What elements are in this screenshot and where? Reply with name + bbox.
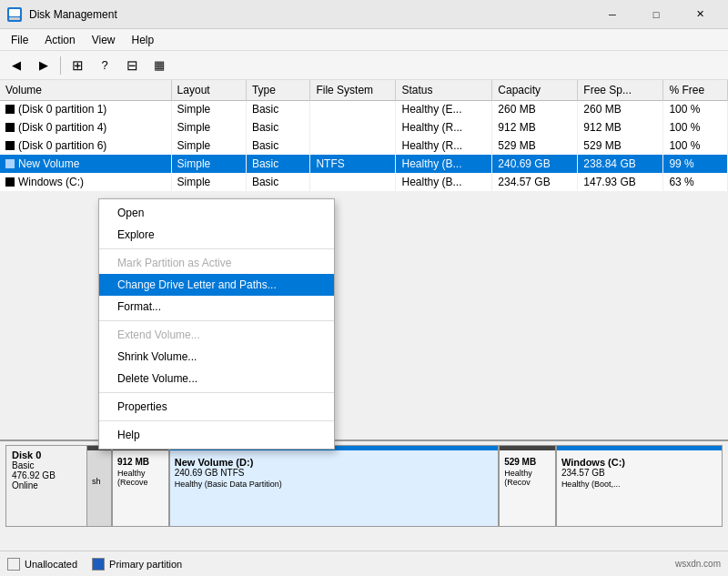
partition-4[interactable]: 529 MB Healthy (Recov xyxy=(500,446,557,526)
ctx-change-drive[interactable]: Change Drive Letter and Paths... xyxy=(99,274,334,296)
volume-table: Volume Layout Type File System Status Ca… xyxy=(0,80,728,191)
menu-bar: File Action View Help xyxy=(0,29,728,51)
main-content: Volume Layout Type File System Status Ca… xyxy=(0,80,728,551)
cell-free: 147.93 GB xyxy=(578,173,663,191)
cell-fs xyxy=(310,100,396,118)
part-size: 240.69 GB NTFS xyxy=(175,468,493,478)
partition-2[interactable]: 912 MB Healthy (Recove xyxy=(113,446,170,526)
part-status: Healthy (Recove xyxy=(117,469,164,487)
toolbar-list[interactable]: ⊟ xyxy=(119,54,145,77)
ctx-properties[interactable]: Properties xyxy=(99,396,334,418)
cell-pct: 99 % xyxy=(663,155,728,173)
disk-map-area: Disk 0 Basic 476.92 GB Online sh 912 MB … xyxy=(0,441,728,551)
cell-free: 529 MB xyxy=(578,136,663,155)
toolbar-tree[interactable]: ⊞ xyxy=(65,54,90,77)
cell-volume: (Disk 0 partition 4) xyxy=(0,118,171,136)
col-capacity[interactable]: Capacity xyxy=(492,80,578,100)
cell-layout: Simple xyxy=(171,100,246,118)
toolbar-separator-1 xyxy=(60,56,61,75)
ctx-mark-active: Mark Partition as Active xyxy=(99,252,334,274)
table-row[interactable]: (Disk 0 partition 6) Simple Basic Health… xyxy=(0,136,728,155)
ctx-explore[interactable]: Explore xyxy=(99,224,334,246)
vol-disk-icon xyxy=(5,177,15,187)
minimize-button[interactable]: ─ xyxy=(592,0,633,29)
cell-pct: 100 % xyxy=(663,136,728,155)
part-status: Healthy (Basic Data Partition) xyxy=(175,480,493,489)
menu-file[interactable]: File xyxy=(4,32,35,48)
disk-size: 476.92 GB xyxy=(12,470,81,480)
maximize-button[interactable]: □ xyxy=(635,0,677,29)
menu-action[interactable]: Action xyxy=(37,32,82,48)
table-row-selected[interactable]: New Volume Simple Basic NTFS Healthy (B.… xyxy=(0,155,728,173)
disk-label: Disk 0 Basic 476.92 GB Online xyxy=(5,445,87,527)
cell-fs xyxy=(310,136,396,155)
cell-capacity: 240.69 GB xyxy=(492,155,578,173)
ctx-help[interactable]: Help xyxy=(99,424,334,446)
toolbar-back[interactable]: ◀ xyxy=(4,54,29,77)
cell-capacity: 234.57 GB xyxy=(492,173,578,191)
cell-pct: 100 % xyxy=(663,100,728,118)
cell-fs xyxy=(310,118,396,136)
cell-status: Healthy (B... xyxy=(396,173,492,191)
legend-primary-label: Primary partition xyxy=(109,559,182,570)
col-free[interactable]: Free Sp... xyxy=(578,80,663,100)
legend-unallocated-box xyxy=(7,558,20,571)
window-title: Disk Management xyxy=(29,8,117,21)
legend-primary: Primary partition xyxy=(92,558,182,571)
close-button[interactable]: ✕ xyxy=(679,0,721,29)
context-menu[interactable]: Open Explore Mark Partition as Active Ch… xyxy=(98,198,335,450)
part-size: 912 MB xyxy=(117,457,164,467)
col-status[interactable]: Status xyxy=(396,80,492,100)
cell-free: 260 MB xyxy=(578,100,663,118)
part-name: New Volume (D:) xyxy=(175,457,493,468)
toolbar-forward[interactable]: ▶ xyxy=(31,54,56,77)
partition-new-volume[interactable]: New Volume (D:) 240.69 GB NTFS Healthy (… xyxy=(170,446,500,526)
status-bar: Unallocated Primary partition wsxdn.com xyxy=(0,551,728,576)
cell-status: Healthy (R... xyxy=(396,136,492,155)
disk-row: Disk 0 Basic 476.92 GB Online sh 912 MB … xyxy=(5,445,723,527)
cell-status: Healthy (E... xyxy=(396,100,492,118)
cell-capacity: 912 MB xyxy=(492,118,578,136)
cell-pct: 63 % xyxy=(663,173,728,191)
app-icon xyxy=(7,7,22,22)
title-bar: Disk Management ─ □ ✕ xyxy=(0,0,728,29)
ctx-shrink[interactable]: Shrink Volume... xyxy=(99,346,334,368)
cell-layout: Simple xyxy=(171,136,246,155)
partition-1[interactable]: sh xyxy=(87,446,113,526)
vol-disk-icon xyxy=(5,159,15,168)
menu-help[interactable]: Help xyxy=(125,32,162,48)
cell-volume: New Volume xyxy=(0,155,171,173)
watermark: wsxdn.com xyxy=(675,559,721,569)
vol-disk-icon xyxy=(5,123,15,132)
cell-volume: (Disk 0 partition 6) xyxy=(0,136,171,155)
table-row[interactable]: (Disk 0 partition 4) Simple Basic Health… xyxy=(0,118,728,136)
cell-pct: 100 % xyxy=(663,118,728,136)
col-volume[interactable]: Volume xyxy=(0,80,171,100)
ctx-open[interactable]: Open xyxy=(99,202,334,224)
toolbar-help[interactable]: ? xyxy=(92,54,117,77)
title-controls[interactable]: ─ □ ✕ xyxy=(592,0,721,29)
menu-view[interactable]: View xyxy=(85,32,123,48)
table-row[interactable]: Windows (C:) Simple Basic Healthy (B... … xyxy=(0,173,728,191)
ctx-format[interactable]: Format... xyxy=(99,296,334,318)
part-size: 529 MB xyxy=(504,457,551,467)
cell-status: Healthy (B... xyxy=(396,155,492,173)
col-type[interactable]: Type xyxy=(246,80,310,100)
disk-status: Online xyxy=(12,480,81,490)
cell-free: 238.84 GB xyxy=(578,155,663,173)
svg-rect-0 xyxy=(9,9,20,16)
col-pct[interactable]: % Free xyxy=(663,80,728,100)
partition-windows[interactable]: Windows (C:) 234.57 GB Healthy (Boot,... xyxy=(557,446,722,526)
cell-type: Basic xyxy=(246,118,310,136)
cell-layout: Simple xyxy=(171,155,246,173)
ctx-delete[interactable]: Delete Volume... xyxy=(99,368,334,389)
part-status: Healthy (Recov xyxy=(504,469,551,487)
cell-volume: (Disk 0 partition 1) xyxy=(0,100,171,118)
col-fs[interactable]: File System xyxy=(310,80,396,100)
toolbar: ◀ ▶ ⊞ ? ⊟ ▦ xyxy=(0,51,728,80)
part-size: 234.57 GB xyxy=(561,468,717,478)
col-layout[interactable]: Layout xyxy=(171,80,246,100)
table-row[interactable]: (Disk 0 partition 1) Simple Basic Health… xyxy=(0,100,728,118)
vol-disk-icon xyxy=(5,141,15,150)
toolbar-detail[interactable]: ▦ xyxy=(147,54,172,77)
